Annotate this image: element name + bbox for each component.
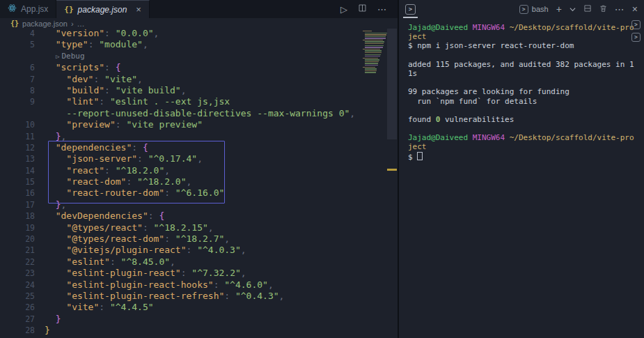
vscode-window: App.jsx {} package.json × ▷ ⋯ {} package… bbox=[0, 0, 644, 338]
terminal-line: 1s bbox=[408, 69, 642, 78]
code-line[interactable]: 15 "react-dom": "^18.2.0", bbox=[0, 176, 398, 187]
terminal-instance-icon[interactable]: > bbox=[631, 20, 641, 29]
terminal-instance-list: > > bbox=[631, 20, 641, 42]
terminal-panel: > > bash + ⋯ × Jajad bbox=[399, 0, 644, 338]
more-actions-button[interactable]: ⋯ bbox=[615, 4, 625, 14]
line-number bbox=[0, 108, 35, 119]
overview-ruler-marker bbox=[387, 169, 397, 171]
terminal-icon: > bbox=[405, 4, 416, 15]
terminal-instance-icon[interactable]: > bbox=[631, 33, 641, 42]
code-line[interactable]: 6 "scripts": { bbox=[0, 62, 398, 73]
line-number: 27 bbox=[0, 314, 35, 325]
line-number: 12 bbox=[0, 142, 35, 153]
code-line[interactable]: 8 "build": "vite build", bbox=[0, 85, 398, 96]
line-number: 19 bbox=[0, 222, 35, 233]
split-editor-button[interactable] bbox=[358, 3, 367, 15]
kill-terminal-button[interactable] bbox=[599, 3, 607, 15]
line-number: 16 bbox=[0, 187, 35, 199]
terminal-line bbox=[408, 124, 642, 133]
breadcrumb-file[interactable]: package.json bbox=[22, 20, 68, 28]
tab-package-json[interactable]: {} package.json × bbox=[56, 0, 150, 18]
terminal-line bbox=[408, 51, 642, 60]
line-number: 10 bbox=[0, 119, 35, 130]
code-line[interactable]: 26 "vite": "^4.4.5" bbox=[0, 302, 398, 313]
code-line[interactable]: --report-unused-disable-directives --max… bbox=[0, 108, 398, 119]
code-line[interactable]: 14 "react": "^18.2.0", bbox=[0, 165, 398, 176]
terminal-line: $ npm i json-server react-router-dom bbox=[408, 41, 642, 50]
line-number: 15 bbox=[0, 176, 35, 187]
shell-badge[interactable]: > bash bbox=[519, 5, 549, 14]
tab-label: package.json bbox=[78, 5, 127, 15]
terminal-line: 99 packages are looking for funding bbox=[408, 87, 642, 96]
tab-label: App.jsx bbox=[21, 4, 48, 14]
line-number: 26 bbox=[0, 302, 35, 313]
close-tab-icon[interactable]: × bbox=[136, 5, 141, 14]
json-braces-icon: {} bbox=[64, 5, 73, 14]
codelens-row[interactable]: ▷Debug bbox=[0, 51, 398, 62]
terminal-output[interactable]: Jajad@Daiveed MINGW64 ~/Desktop/scaffold… bbox=[408, 23, 642, 161]
line-number: 22 bbox=[0, 256, 35, 268]
line-number: 20 bbox=[0, 233, 35, 245]
run-button[interactable]: ▷ bbox=[340, 5, 347, 14]
line-number: 8 bbox=[0, 85, 35, 96]
breadcrumb[interactable]: {} package.json › … bbox=[0, 18, 398, 29]
terminal-cursor bbox=[417, 152, 423, 160]
breadcrumb-symbol[interactable]: … bbox=[77, 20, 85, 28]
line-number: 4 bbox=[0, 29, 35, 39]
code-line[interactable]: 11 }, bbox=[0, 131, 398, 142]
codelens-debug[interactable]: ▷Debug bbox=[45, 51, 85, 62]
react-icon bbox=[8, 3, 17, 15]
code-line[interactable]: 10 "preview": "vite preview" bbox=[0, 119, 398, 130]
line-number: 25 bbox=[0, 291, 35, 302]
code-lines: 4 "version": "0.0.0",5 "type": "module",… bbox=[0, 29, 398, 337]
line-number: 18 bbox=[0, 210, 35, 222]
minimap[interactable] bbox=[363, 31, 388, 77]
terminal-line: ject bbox=[408, 142, 642, 151]
code-line[interactable]: 19 "@types/react": "^18.2.15", bbox=[0, 222, 398, 233]
scrollbar-slider[interactable] bbox=[387, 29, 397, 139]
json-braces-icon: {} bbox=[10, 20, 19, 27]
close-panel-button[interactable]: × bbox=[632, 4, 638, 14]
code-editor[interactable]: 4 "version": "0.0.0",5 "type": "module",… bbox=[0, 29, 398, 338]
chevron-right-icon: › bbox=[71, 20, 74, 28]
code-line[interactable]: 5 "type": "module", bbox=[0, 39, 398, 50]
line-number: 23 bbox=[0, 268, 35, 279]
terminal-line: $ bbox=[408, 152, 642, 161]
new-terminal-button[interactable]: + bbox=[556, 4, 562, 14]
line-number: 7 bbox=[0, 74, 35, 85]
code-line[interactable]: 27 } bbox=[0, 314, 398, 325]
line-number: 24 bbox=[0, 279, 35, 291]
line-number: 14 bbox=[0, 165, 35, 176]
line-number: 6 bbox=[0, 62, 35, 73]
terminal-icon: > bbox=[519, 5, 528, 14]
code-line[interactable]: 25 "eslint-plugin-react-refresh": "^0.4.… bbox=[0, 291, 398, 302]
terminal-line: run `npm fund` for details bbox=[408, 97, 642, 106]
code-line[interactable]: 9 "lint": "eslint . --ext js,jsx bbox=[0, 96, 398, 107]
code-line[interactable]: 13 "json-server": "^0.17.4", bbox=[0, 153, 398, 164]
editor-actions: ▷ ⋯ bbox=[340, 0, 386, 18]
terminal-header-actions: > bash + ⋯ × bbox=[519, 0, 638, 18]
play-icon: ▷ bbox=[56, 53, 59, 60]
code-line[interactable]: 21 "@vitejs/plugin-react": "^4.0.3", bbox=[0, 245, 398, 256]
split-terminal-button[interactable] bbox=[583, 3, 592, 15]
code-line[interactable]: 16 "react-router-dom": "^6.16.0" bbox=[0, 187, 398, 199]
code-line[interactable]: 18 "devDependencies": { bbox=[0, 210, 398, 222]
more-actions-button[interactable]: ⋯ bbox=[377, 5, 386, 14]
code-line[interactable]: 28} bbox=[0, 325, 398, 336]
line-number: 9 bbox=[0, 96, 35, 107]
terminal-tab[interactable]: > bbox=[405, 4, 416, 15]
code-line[interactable]: 4 "version": "0.0.0", bbox=[0, 29, 398, 39]
code-line[interactable]: 23 "eslint-plugin-react": "^7.32.2", bbox=[0, 268, 398, 279]
code-line[interactable]: 12 "dependencies": { bbox=[0, 142, 398, 153]
code-line[interactable]: 20 "@types/react-dom": "^18.2.7", bbox=[0, 233, 398, 245]
code-line[interactable]: 22 "eslint": "^8.45.0", bbox=[0, 256, 398, 268]
terminal-dropdown-button[interactable] bbox=[570, 3, 576, 15]
code-line[interactable]: 17 }, bbox=[0, 199, 398, 210]
terminal-line: added 115 packages, and audited 382 pack… bbox=[408, 60, 642, 69]
line-number: 11 bbox=[0, 131, 35, 142]
terminal-line: Jajad@Daiveed MINGW64 ~/Desktop/scaffold… bbox=[408, 133, 642, 142]
code-line[interactable]: 7 "dev": "vite", bbox=[0, 74, 398, 85]
tab-app-jsx[interactable]: App.jsx bbox=[0, 0, 56, 18]
code-line[interactable]: 24 "eslint-plugin-react-hooks": "^4.6.0"… bbox=[0, 279, 398, 291]
terminal-line bbox=[408, 78, 642, 87]
